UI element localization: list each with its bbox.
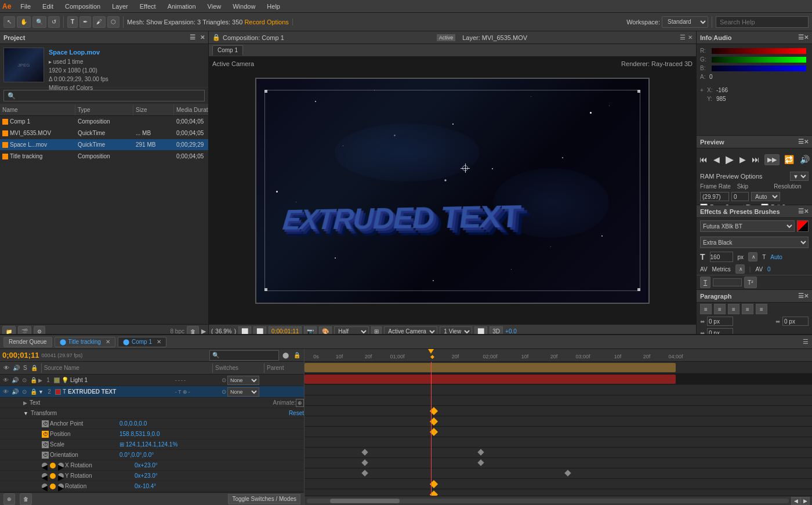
layer2-expand[interactable]: ▼	[38, 389, 44, 395]
layer2-lock[interactable]: 🔒	[29, 388, 38, 395]
preview-panel-close[interactable]: ✕	[804, 139, 809, 145]
yrot-kf-prev[interactable]: ◀	[42, 473, 48, 479]
frame-forward-btn[interactable]: ▶	[738, 154, 747, 165]
menu-window[interactable]: Window	[230, 2, 258, 11]
comp-tab-comp1[interactable]: Comp 1	[212, 45, 243, 56]
comp-viewer-menu[interactable]: ☰	[680, 34, 686, 41]
font-style-select[interactable]: Extra Black	[700, 237, 809, 248]
text-size-input[interactable]	[710, 252, 733, 262]
tracking-dec[interactable]: ∧	[735, 264, 745, 274]
yrot-value[interactable]: 0x+23.0°	[135, 473, 158, 479]
tl-solo-btn[interactable]: S	[22, 364, 28, 372]
zoom-tool[interactable]: 🔍	[32, 16, 46, 28]
preview-panel-menu[interactable]: ☰	[798, 138, 804, 146]
stamp-tool[interactable]: ⬡	[107, 16, 119, 28]
menu-help[interactable]: Help	[264, 2, 282, 11]
orientation-value[interactable]: 0.0°,0.0°,0.0°	[119, 452, 154, 458]
para-indent2-input[interactable]	[782, 317, 809, 326]
xrot-value[interactable]: 0x+23.0°	[135, 462, 158, 468]
loop-btn[interactable]: 🔁	[783, 154, 795, 165]
zrot-stopwatch[interactable]	[50, 484, 56, 489]
menu-animation[interactable]: Animation	[165, 2, 198, 11]
select-tool[interactable]: ↖	[3, 16, 15, 28]
layer1-audio[interactable]: 🔊	[10, 377, 20, 383]
scroll-nav-left[interactable]: ◀	[791, 497, 800, 505]
para-menu[interactable]: ☰	[798, 292, 804, 300]
position-value[interactable]: 158.8,531.9,0.0	[119, 431, 160, 437]
layer2-vis[interactable]: 👁	[1, 388, 10, 395]
zrot-value[interactable]: 0x-10.4°	[135, 483, 156, 489]
text-expand[interactable]: ▶	[23, 400, 27, 406]
reset-btn[interactable]: Reset	[289, 410, 304, 416]
tl-expand-btn[interactable]: ⬤	[281, 351, 290, 359]
timecode-display[interactable]: 0;00;01;11	[2, 351, 39, 359]
hand-tool[interactable]: ✋	[17, 16, 31, 28]
tl-visible-btn[interactable]: 👁	[2, 364, 10, 372]
timeline-search[interactable]	[209, 350, 279, 361]
play-btn[interactable]: ▶	[724, 152, 735, 167]
comp1-tab-close[interactable]: ✕	[157, 339, 161, 345]
comp-viewer-close[interactable]: ✕	[688, 34, 693, 41]
layer-row-2[interactable]: 👁 🔊 ⊙ 🔒 ▼ 2 T EXTRUDED TEXT -T ⊕-	[0, 386, 304, 398]
project-panel-menu[interactable]: ☰	[190, 34, 195, 41]
pen-tool[interactable]: ✒	[79, 16, 91, 28]
title-tab-close[interactable]: ✕	[106, 339, 110, 345]
align-left-btn[interactable]: ≡	[700, 304, 712, 314]
font-select[interactable]: Futura XBlk BT	[700, 220, 795, 232]
scroll-nav-right[interactable]: ▶	[800, 497, 810, 505]
new-layer-btn[interactable]: ⊕	[3, 493, 15, 505]
info-panel-menu[interactable]: ☰	[798, 34, 804, 41]
menu-layer[interactable]: Layer	[110, 2, 130, 11]
anchor-stopwatch[interactable]: ⏱	[42, 420, 49, 427]
effects-close[interactable]: ✕	[804, 208, 809, 215]
underline-btn[interactable]: T	[700, 277, 710, 288]
frame-rate-input[interactable]	[700, 192, 729, 201]
search-input[interactable]	[716, 16, 809, 28]
para-indent1-input[interactable]	[707, 317, 733, 326]
scale-stopwatch[interactable]: ⏱	[42, 441, 49, 448]
brush-tool[interactable]: 🖌	[93, 16, 106, 28]
text-size-inc[interactable]: ∧	[748, 252, 757, 261]
color-swatch[interactable]	[797, 220, 809, 232]
para-close[interactable]: ✕	[804, 293, 809, 299]
resolution-select[interactable]: Auto	[751, 192, 780, 201]
timeline-tab-comp1[interactable]: ⬤ Comp 1 ✕	[118, 337, 166, 347]
layer2-blendmode[interactable]: None	[227, 387, 259, 397]
layer1-blendmode[interactable]: None	[227, 376, 259, 385]
layer-row-1[interactable]: 👁 🔊 ⊙ 🔒 ▶ 1 💡 Light 1 -- --	[0, 375, 304, 386]
project-row-title[interactable]: Title tracking Composition 0;00;04;05	[0, 151, 208, 162]
scroll-track[interactable]	[307, 499, 789, 503]
rotate-tool[interactable]: ↺	[48, 16, 60, 28]
timeline-menu[interactable]: ☰	[803, 338, 809, 346]
transform-expand[interactable]: ▼	[23, 410, 28, 416]
delete-layer-btn[interactable]: 🗑	[20, 493, 32, 505]
tl-audio-btn[interactable]: 🔊	[12, 364, 21, 372]
orientation-stopwatch[interactable]: ⏱	[42, 452, 49, 459]
xrot-kf-prev[interactable]: ◀	[42, 463, 48, 468]
position-stopwatch[interactable]: ⏱	[42, 431, 49, 438]
auto-link[interactable]: Auto	[770, 254, 782, 260]
animate-btn[interactable]: ⊕	[296, 399, 304, 407]
ram-preview-btn[interactable]: ▶▶	[764, 154, 780, 165]
menu-edit[interactable]: Edit	[40, 2, 56, 11]
superscript-btn[interactable]: T²	[744, 277, 756, 288]
layer1-expand[interactable]: ▶	[38, 377, 42, 383]
layer1-lock[interactable]: 🔒	[29, 377, 38, 383]
text-tool[interactable]: T	[67, 16, 78, 28]
effects-menu[interactable]: ☰	[798, 208, 804, 215]
tl-lock-btn[interactable]: 🔒	[292, 351, 302, 359]
menu-effect[interactable]: Effect	[137, 2, 158, 11]
ram-options-select[interactable]: ▼	[790, 172, 809, 181]
menu-composition[interactable]: Composition	[63, 2, 103, 11]
go-end-btn[interactable]: ⏭	[751, 154, 761, 165]
anchor-value[interactable]: 0.0,0.0,0.0	[119, 420, 147, 427]
yrot-kf-next[interactable]: ▶	[58, 473, 64, 479]
align-center-btn[interactable]: ≡	[714, 304, 726, 314]
layer1-solo[interactable]: ⊙	[20, 377, 29, 383]
record-options[interactable]: Record Options	[244, 19, 288, 26]
scale-value[interactable]: ⊞ 124.1,124.1,124.1%	[119, 441, 177, 448]
menu-file[interactable]: File	[18, 2, 33, 11]
layer2-solo[interactable]: ⊙	[20, 388, 29, 395]
project-search-input[interactable]	[3, 90, 205, 101]
info-panel-close[interactable]: ✕	[804, 34, 809, 41]
